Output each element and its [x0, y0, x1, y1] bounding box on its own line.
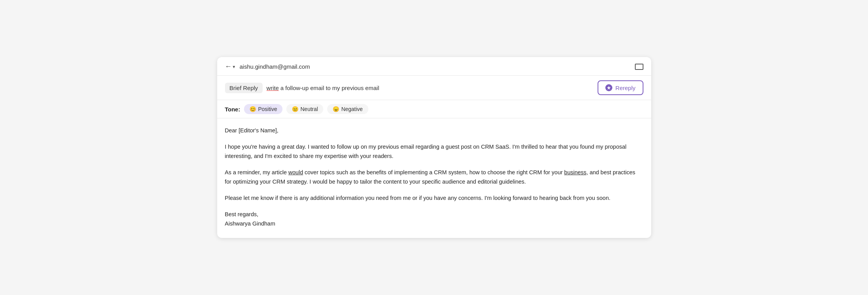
tone-label: Tone:	[225, 106, 241, 113]
tone-bar: Tone: 😊 Positive 😐 Neutral 😠 Negative	[217, 100, 651, 118]
rereply-button[interactable]: Rereply	[598, 80, 643, 95]
back-button[interactable]: ← ▾	[225, 62, 235, 71]
back-arrow-icon: ←	[225, 62, 232, 71]
email-paragraph-3: Please let me know if there is any addit…	[225, 194, 643, 203]
positive-label: Positive	[258, 106, 277, 112]
tone-positive-button[interactable]: 😊 Positive	[244, 104, 282, 114]
para2-business: business,	[564, 169, 588, 175]
prompt-suffix: a follow-up email to my previous email	[279, 85, 379, 91]
sender-name: Aishwarya Gindham	[225, 220, 275, 227]
email-paragraph-1: I hope you're having a great day. I want…	[225, 142, 643, 161]
positive-emoji: 😊	[249, 106, 256, 112]
chevron-down-icon: ▾	[233, 64, 235, 69]
rereply-icon	[605, 84, 612, 91]
email-container: ← ▾ aishu.gindham@gmail.com Brief Reply …	[217, 57, 651, 238]
email-signoff: Best regards, Aishwarya Gindham	[225, 210, 643, 229]
tone-neutral-button[interactable]: 😐 Neutral	[286, 104, 323, 114]
header-bar: ← ▾ aishu.gindham@gmail.com	[217, 57, 651, 76]
tone-negative-button[interactable]: 😠 Negative	[327, 104, 368, 114]
email-body: Dear [Editor's Name], I hope you're havi…	[217, 118, 651, 238]
para2-before: As a reminder, my article	[225, 169, 289, 175]
email-greeting: Dear [Editor's Name],	[225, 126, 643, 135]
prompt-left: Brief Reply write a follow-up email to m…	[225, 83, 598, 93]
prompt-bar: Brief Reply write a follow-up email to m…	[217, 76, 651, 100]
negative-emoji: 😠	[333, 106, 339, 112]
para2-would: would	[288, 169, 303, 175]
prompt-text: write a follow-up email to my previous e…	[267, 85, 379, 91]
email-paragraph-2: As a reminder, my article would cover to…	[225, 168, 643, 187]
write-label: write	[267, 85, 279, 91]
para2-middle: cover topics such as the benefits of imp…	[303, 169, 564, 175]
brief-reply-badge[interactable]: Brief Reply	[225, 83, 263, 93]
negative-label: Negative	[341, 106, 363, 112]
sign-off-text: Best regards,	[225, 211, 258, 217]
header-left: ← ▾ aishu.gindham@gmail.com	[225, 62, 310, 71]
sender-email: aishu.gindham@gmail.com	[240, 63, 310, 70]
neutral-label: Neutral	[300, 106, 318, 112]
rereply-label: Rereply	[615, 85, 636, 91]
window-resize-icon[interactable]	[635, 64, 643, 70]
neutral-emoji: 😐	[292, 106, 298, 112]
